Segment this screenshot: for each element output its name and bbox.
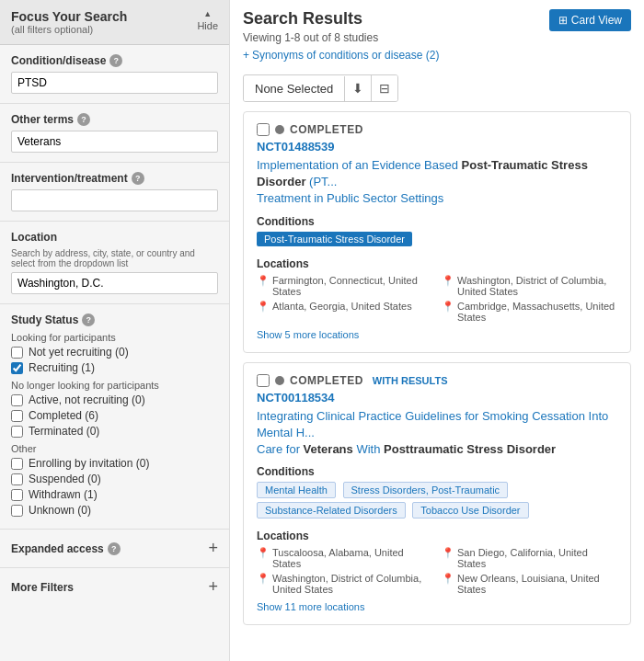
location-item: 📍 San Diego, California, United States	[442, 546, 617, 570]
study-status-label: Study Status ?	[11, 313, 218, 326]
study-card-2-top: COMPLETED WITH RESULTS	[257, 374, 617, 387]
intervention-section: Intervention/treatment ?	[0, 163, 229, 222]
not-yet-recruiting-label: Not yet recruiting (0)	[29, 346, 129, 359]
study-card-1-show-more-link[interactable]: Show 5 more locations	[257, 329, 359, 340]
results-count: Viewing 1-8 out of 8 studies	[243, 31, 631, 44]
study-card-2-conditions-label: Conditions	[257, 465, 617, 478]
study-card-1-status: COMPLETED	[290, 123, 363, 136]
study-card-2-nct-id[interactable]: NCT00118534	[257, 391, 617, 405]
condition-label: Condition/disease ?	[11, 54, 218, 67]
study-card-2: COMPLETED WITH RESULTS NCT00118534 Integ…	[243, 362, 631, 626]
study-card-1-conditions-label: Conditions	[257, 215, 617, 228]
hide-label: Hide	[197, 20, 218, 31]
enrolling-checkbox[interactable]	[11, 458, 23, 470]
enrolling-item: Enrolling by invitation (0)	[11, 457, 218, 470]
study-status-section: Study Status ? Looking for participants …	[0, 304, 229, 530]
location-pin-icon: 📍	[442, 547, 454, 559]
synonyms-text: Synonyms of conditions or disease (2)	[252, 49, 439, 62]
looking-group-label: Looking for participants	[11, 332, 218, 343]
location-section: Location Search by address, city, state,…	[0, 222, 229, 304]
other-terms-info-icon[interactable]: ?	[77, 113, 90, 126]
expanded-access-label: Expanded access ?	[11, 542, 121, 555]
study-card-1-locations-label: Locations	[257, 257, 617, 270]
active-not-recruiting-checkbox[interactable]	[11, 394, 23, 406]
right-results-panel: Search Results ⊞ Card View Viewing 1-8 o…	[230, 0, 644, 661]
card-view-label: Card View	[571, 14, 622, 27]
terminated-item: Terminated (0)	[11, 425, 218, 438]
study-card-1-status-dot	[275, 125, 284, 134]
expanded-access-expand-button[interactable]: +	[208, 539, 218, 558]
unknown-checkbox[interactable]	[11, 505, 23, 517]
enrolling-label: Enrolling by invitation (0)	[29, 457, 149, 470]
study-card-2-status-dot	[275, 376, 284, 385]
intervention-info-icon[interactable]: ?	[132, 172, 144, 185]
expanded-access-section: Expanded access ? +	[0, 530, 229, 568]
study-card-2-conditions: Mental Health Stress Disorders, Post-Tra…	[257, 482, 617, 522]
study-card-1-top: COMPLETED	[257, 123, 617, 136]
location-label: Location	[11, 231, 218, 244]
bookmark-button[interactable]: ⊟	[372, 75, 397, 101]
location-item: 📍 Cambridge, Massachusetts, United State…	[442, 300, 617, 324]
study-card-1: COMPLETED NCT01488539 Implementation of …	[243, 111, 631, 353]
active-not-recruiting-item: Active, not recruiting (0)	[11, 393, 218, 406]
condition-tag-mental-health: Mental Health	[257, 482, 336, 498]
completed-item: Completed (6)	[11, 409, 218, 422]
location-item: 📍 Washington, District of Columbia, Unit…	[257, 572, 432, 596]
not-yet-recruiting-item: Not yet recruiting (0)	[11, 346, 218, 359]
completed-checkbox[interactable]	[11, 410, 23, 422]
condition-input[interactable]	[11, 72, 218, 94]
location-pin-icon: 📍	[257, 573, 270, 585]
study-card-2-locations-label: Locations	[257, 530, 617, 542]
study-status-info-icon[interactable]: ?	[82, 313, 95, 326]
filter-subtitle: (all filters optional)	[11, 24, 127, 35]
filter-title: Focus Your Search	[11, 9, 127, 24]
hide-button[interactable]: ▲ Hide	[197, 9, 218, 31]
study-card-1-checkbox[interactable]	[257, 123, 270, 136]
location-input[interactable]	[11, 272, 218, 294]
left-filter-panel: Focus Your Search (all filters optional)…	[0, 0, 230, 661]
plus-icon: +	[243, 49, 249, 62]
study-card-2-locations: 📍 Tuscaloosa, Alabama, United States 📍 S…	[257, 546, 617, 596]
other-terms-input[interactable]	[11, 131, 218, 153]
condition-tag-substance: Substance-Related Disorders	[257, 502, 406, 519]
other-terms-label: Other terms ?	[11, 113, 218, 126]
study-card-2-title: Integrating Clinical Practice Guidelines…	[257, 408, 617, 459]
location-hint: Search by address, city, state, or count…	[11, 248, 218, 268]
suspended-label: Suspended (0)	[29, 473, 101, 485]
withdrawn-checkbox[interactable]	[11, 489, 23, 501]
unknown-item: Unknown (0)	[11, 504, 218, 517]
condition-tag-tobacco: Tobacco Use Disorder	[412, 502, 528, 519]
study-card-1-conditions: Post-Traumatic Stress Disorder	[257, 232, 617, 250]
study-card-1-nct-id[interactable]: NCT01488539	[257, 140, 617, 154]
study-card-1-locations: 📍 Farmington, Connecticut, United States…	[257, 274, 617, 324]
study-card-1-title: Implementation of an Evidence Based Post…	[257, 157, 617, 208]
location-pin-icon: 📍	[442, 573, 454, 585]
recruiting-item: Recruiting (1)	[11, 361, 218, 374]
study-card-2-checkbox[interactable]	[257, 374, 270, 387]
recruiting-checkbox[interactable]	[11, 362, 23, 374]
card-view-button[interactable]: ⊞ Card View	[549, 9, 631, 31]
suspended-checkbox[interactable]	[11, 473, 23, 485]
recruiting-label: Recruiting (1)	[29, 361, 95, 374]
location-pin-icon: 📍	[442, 275, 454, 287]
study-card-2-show-more-link[interactable]: Show 11 more locations	[257, 601, 364, 612]
condition-info-icon[interactable]: ?	[109, 54, 122, 67]
intervention-label: Intervention/treatment ?	[11, 172, 218, 185]
synonyms-link[interactable]: + Synonyms of conditions or disease (2)	[243, 49, 439, 62]
terminated-checkbox[interactable]	[11, 426, 23, 438]
more-filters-expand-button[interactable]: +	[208, 577, 218, 597]
suspended-item: Suspended (0)	[11, 473, 218, 485]
none-selected-button[interactable]: None Selected	[244, 76, 345, 101]
no-longer-group-label: No longer looking for participants	[11, 380, 218, 391]
results-toolbar: None Selected ⬇ ⊟	[243, 74, 398, 102]
download-button[interactable]: ⬇	[345, 75, 372, 101]
intervention-input[interactable]	[11, 189, 218, 211]
study-card-2-status: COMPLETED	[290, 374, 363, 387]
not-yet-recruiting-checkbox[interactable]	[11, 347, 23, 359]
terminated-label: Terminated (0)	[29, 425, 99, 438]
card-view-icon: ⊞	[558, 14, 568, 27]
expanded-access-info-icon[interactable]: ?	[108, 542, 121, 555]
location-pin-icon: 📍	[257, 547, 270, 559]
condition-tag-stress-disorders: Stress Disorders, Post-Traumatic	[343, 482, 509, 498]
with-results-link[interactable]: WITH RESULTS	[373, 375, 448, 386]
